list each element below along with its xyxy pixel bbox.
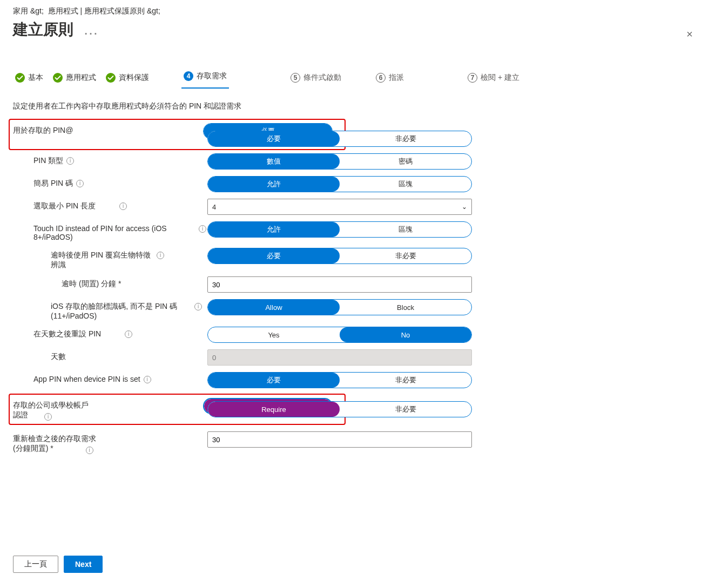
toggle-option-block[interactable]: Block — [340, 300, 471, 315]
label-pin-type: PIN 類型 — [33, 156, 63, 166]
toggle-option-passcode[interactable]: 密碼 — [340, 154, 471, 169]
step-review-create[interactable]: 7 檢閱 + 建立 — [465, 69, 522, 87]
info-icon[interactable] — [199, 225, 206, 233]
step-number-icon: 5 — [291, 73, 300, 83]
toggle-option-require[interactable]: 必要 — [208, 248, 340, 263]
label-timeout-minutes: 逾時 (閒置) 分鐘 * — [62, 279, 121, 289]
toggle-option-not-require[interactable]: 非必要 — [340, 248, 471, 263]
label-days: 天數 — [51, 352, 66, 362]
toggle-pin-for-access-full[interactable]: 必要 非必要 — [207, 131, 472, 147]
checkmark-icon — [106, 73, 116, 83]
wizard-steps: 基本 應用程式 資料保護 4 存取需求 5 條件式啟動 6 指派 7 檢閱 + … — [13, 67, 696, 89]
step-number-icon: 6 — [376, 73, 386, 83]
toggle-option-not-require[interactable]: 非必要 — [340, 402, 471, 417]
toggle-work-school-credentials-full[interactable]: Require 非必要 — [207, 401, 472, 417]
toggle-option-numeric[interactable]: 數值 — [208, 154, 340, 169]
toggle-option-require[interactable]: 必要 — [208, 131, 340, 146]
toggle-option-allow[interactable]: 允許 — [208, 222, 340, 237]
title-ellipsis: … — [83, 21, 99, 38]
toggle-pin-type[interactable]: 數值 密碼 — [207, 153, 472, 170]
toggle-option-not-require[interactable]: 非必要 — [340, 131, 471, 146]
step-basics[interactable]: 基本 — [13, 69, 45, 87]
toggle-option-allow[interactable]: Allow — [208, 300, 340, 315]
breadcrumb: 家用 &gt; 應用程式 | 應用程式保護原則 &gt; — [13, 6, 696, 16]
step-apps[interactable]: 應用程式 — [51, 69, 98, 87]
select-value: 4 — [212, 203, 216, 211]
info-icon[interactable] — [86, 447, 93, 454]
step-number-icon: 7 — [468, 73, 477, 83]
section-intro: 設定使用者在工作內容中存取應用程式時必須符合的 PIN 和認證需求 — [13, 102, 696, 111]
label-work-school-credentials-l2: 認證 — [13, 410, 28, 419]
info-icon[interactable] — [119, 202, 127, 210]
wizard-footer: 上一頁 Next — [13, 556, 103, 573]
toggle-option-allow[interactable]: 允許 — [208, 177, 340, 192]
checkmark-icon — [15, 73, 25, 83]
info-icon[interactable] — [194, 303, 202, 310]
label-recheck-l1: 重新檢查之後的存取需求 — [13, 434, 96, 443]
breadcrumb-part[interactable]: 應用程式 | 應用程式保護原則 &gt; — [48, 6, 160, 15]
toggle-app-pin-when-device-pin[interactable]: 必要 非必要 — [207, 372, 472, 388]
toggle-option-block[interactable]: 區塊 — [340, 177, 471, 192]
toggle-simple-pin[interactable]: 允許 區塊 — [207, 176, 472, 192]
label-min-pin-length: 選取最小 PIN 長度 — [33, 201, 96, 211]
toggle-option-not-require[interactable]: 非必要 — [340, 373, 471, 388]
toggle-option-require[interactable]: Require — [208, 402, 340, 417]
info-icon[interactable] — [144, 376, 151, 383]
info-icon[interactable] — [44, 413, 52, 421]
checkmark-icon — [53, 73, 63, 83]
info-icon[interactable] — [157, 252, 164, 259]
toggle-override-biometric[interactable]: 必要 非必要 — [207, 248, 472, 264]
input-days — [207, 349, 472, 366]
label-override-biometric: 逾時後使用 PIN 覆寫生物特徵辨識 — [51, 251, 153, 270]
info-icon[interactable] — [66, 157, 74, 165]
back-button[interactable]: 上一頁 — [13, 556, 58, 573]
step-access-requirements[interactable]: 4 存取需求 — [181, 67, 229, 89]
step-data-protection[interactable]: 資料保護 — [104, 69, 151, 87]
toggle-reset-pin-days[interactable]: Yes No — [207, 327, 472, 343]
label-recheck-l2: (分鐘閒置) * — [13, 444, 53, 452]
next-button[interactable]: Next — [64, 556, 103, 573]
step-conditional-launch[interactable]: 5 條件式啟動 — [288, 69, 343, 87]
label-reset-pin-days: 在天數之後重設 PIN — [33, 329, 101, 339]
breadcrumb-part[interactable]: 家用 &gt; — [13, 6, 44, 15]
toggle-option-yes[interactable]: Yes — [208, 327, 340, 342]
chevron-down-icon: ⌄ — [462, 203, 467, 211]
step-assignments[interactable]: 6 指派 — [374, 69, 406, 87]
label-simple-pin: 簡易 PIN 碼 — [33, 179, 73, 188]
step-number-icon: 4 — [184, 71, 193, 81]
input-timeout-minutes[interactable] — [207, 276, 472, 293]
info-icon[interactable] — [76, 180, 84, 187]
page-title: 建立原則… — [13, 19, 99, 40]
label-touch-id: Touch ID instead of PIN for access (iOS … — [33, 224, 195, 241]
toggle-option-block[interactable]: 區塊 — [340, 222, 471, 237]
toggle-face-id[interactable]: Allow Block — [207, 299, 472, 315]
toggle-touch-id[interactable]: 允許 區塊 — [207, 221, 472, 238]
label-face-id: iOS 存取的臉部標識碼, 而不是 PIN 碼 (11+/iPadOS) — [51, 302, 191, 320]
label-app-pin-when-device-pin: App PIN when device PIN is set — [33, 375, 140, 383]
input-recheck-minutes[interactable] — [207, 431, 472, 448]
toggle-option-no[interactable]: No — [340, 327, 471, 342]
close-icon[interactable]: × — [686, 28, 693, 40]
info-icon[interactable] — [125, 330, 132, 338]
select-min-pin-length[interactable]: 4 ⌄ — [207, 199, 472, 215]
toggle-option-require[interactable]: 必要 — [208, 373, 340, 388]
